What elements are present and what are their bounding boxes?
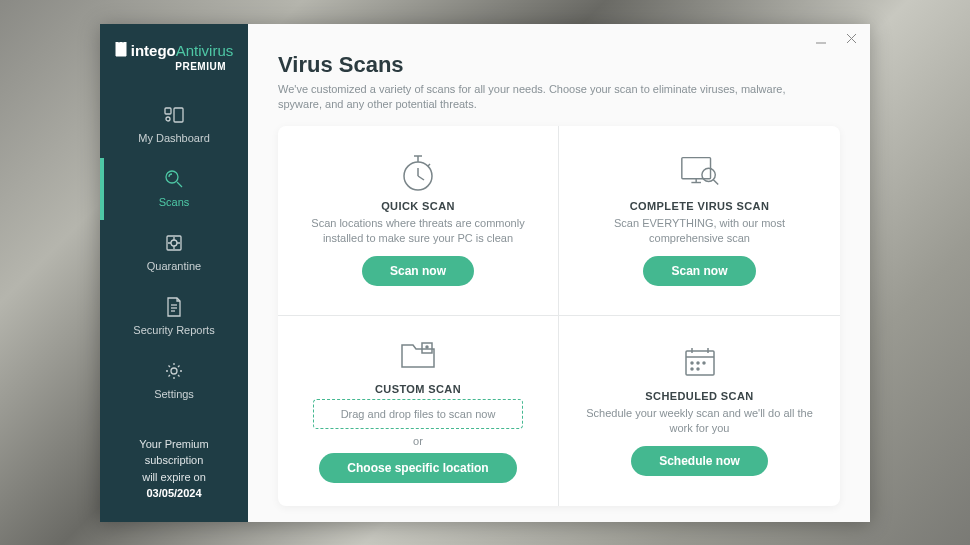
tile-custom-scan: CUSTOM SCAN Drag and drop files to scan …	[278, 316, 559, 506]
minimize-button[interactable]	[814, 32, 828, 46]
main-content: Virus Scans We've customized a variety o…	[248, 24, 870, 522]
tower-icon	[115, 42, 127, 62]
sidebar-item-reports[interactable]: Security Reports	[100, 286, 248, 348]
tile-quick-scan: QUICK SCAN Scan locations where threats …	[278, 126, 559, 316]
sidebar-item-label: Settings	[154, 388, 194, 400]
nav: My Dashboard Scans Quarantine Security R…	[100, 94, 248, 412]
tile-title: QUICK SCAN	[381, 200, 455, 212]
sidebar-item-label: My Dashboard	[138, 132, 210, 144]
settings-icon	[163, 360, 185, 382]
calendar-icon	[678, 342, 722, 382]
tile-scheduled-scan: SCHEDULED SCAN Schedule your weekly scan…	[559, 316, 840, 506]
svg-point-9	[171, 240, 177, 246]
tile-desc: Scan locations where threats are commonl…	[304, 216, 532, 246]
sidebar-item-scans[interactable]: Scans	[100, 158, 248, 220]
tile-title: CUSTOM SCAN	[375, 383, 461, 395]
logo-tier: PREMIUM	[110, 61, 238, 72]
sidebar-item-label: Quarantine	[147, 260, 201, 272]
close-button[interactable]	[844, 32, 858, 46]
sidebar-item-label: Scans	[159, 196, 190, 208]
sidebar-item-label: Security Reports	[133, 324, 214, 336]
quarantine-icon	[163, 232, 185, 254]
choose-location-button[interactable]: Choose specific location	[319, 453, 516, 483]
logo-text: integoAntivirus	[131, 43, 234, 60]
stopwatch-icon	[396, 152, 440, 192]
schedule-button[interactable]: Schedule now	[631, 446, 768, 476]
or-text: or	[413, 435, 423, 447]
dashboard-icon	[163, 104, 185, 126]
svg-line-22	[713, 180, 718, 185]
app-window: integoAntivirus PREMIUM My Dashboard Sca…	[100, 24, 870, 522]
svg-point-5	[166, 117, 170, 121]
svg-rect-4	[174, 108, 183, 122]
svg-rect-25	[686, 351, 714, 375]
page-subtitle: We've customized a variety of scans for …	[278, 82, 798, 113]
subscription-notice: Your Premium subscription will expire on…	[100, 422, 248, 522]
quick-scan-button[interactable]: Scan now	[362, 256, 474, 286]
scan-icon	[163, 168, 185, 190]
sidebar-item-dashboard[interactable]: My Dashboard	[100, 94, 248, 156]
tile-desc: Scan EVERYTHING, with our most comprehen…	[585, 216, 814, 246]
svg-rect-3	[165, 108, 171, 114]
subscription-date: 03/05/2024	[110, 485, 238, 502]
complete-scan-button[interactable]: Scan now	[643, 256, 755, 286]
sidebar: integoAntivirus PREMIUM My Dashboard Sca…	[100, 24, 248, 522]
window-controls	[814, 32, 858, 46]
scan-tiles-card: QUICK SCAN Scan locations where threats …	[278, 126, 840, 506]
subscription-line2: will expire on	[110, 469, 238, 486]
subscription-line1: Your Premium subscription	[110, 436, 238, 469]
folder-icon	[396, 335, 440, 375]
svg-point-33	[697, 368, 699, 370]
svg-point-21	[701, 168, 714, 181]
custom-scan-dropzone[interactable]: Drag and drop files to scan now	[313, 399, 523, 429]
svg-point-30	[697, 362, 699, 364]
tile-complete-scan: COMPLETE VIRUS SCAN Scan EVERYTHING, wit…	[559, 126, 840, 316]
tile-desc: Schedule your weekly scan and we'll do a…	[585, 406, 814, 436]
svg-line-7	[177, 182, 182, 187]
tile-title: SCHEDULED SCAN	[645, 390, 753, 402]
svg-point-32	[691, 368, 693, 370]
monitor-scan-icon	[678, 152, 722, 192]
tile-title: COMPLETE VIRUS SCAN	[630, 200, 770, 212]
svg-line-17	[428, 164, 430, 166]
svg-point-24	[426, 346, 428, 348]
reports-icon	[163, 296, 185, 318]
page-title: Virus Scans	[278, 52, 840, 78]
svg-line-16	[418, 176, 424, 180]
svg-point-6	[166, 171, 178, 183]
sidebar-item-quarantine[interactable]: Quarantine	[100, 222, 248, 284]
svg-point-13	[171, 368, 177, 374]
logo: integoAntivirus PREMIUM	[100, 36, 248, 87]
svg-point-31	[703, 362, 705, 364]
sidebar-item-settings[interactable]: Settings	[100, 350, 248, 412]
svg-point-29	[691, 362, 693, 364]
